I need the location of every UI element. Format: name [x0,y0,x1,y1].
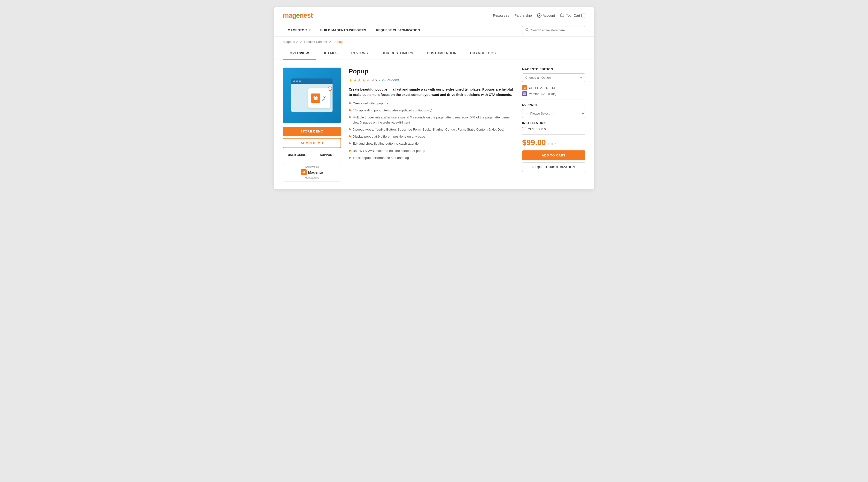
nav-cart[interactable]: Your Cart [560,13,585,18]
edition-select[interactable]: Choose an Option... [522,73,585,82]
chevron-down-icon [309,30,311,31]
magento-badge: Approved on M Magento Marketplace [283,163,341,182]
feature-item: Edit and show floating button to catch a… [349,141,515,146]
nav-account[interactable]: Account [537,13,555,18]
installation-checkbox[interactable] [522,127,526,131]
user-guide-button[interactable]: USER GUIDE [283,151,311,159]
feature-item: Display popup at 9 different positions o… [349,134,515,139]
window-mockup: POPUP ✕ [291,79,333,112]
window-dot-2 [296,81,298,82]
store-demo-button[interactable]: STORE DEMO [283,127,341,136]
center-panel: Popup ★ ★ ★ ★ ★ ★ 4.6 • 29 Reviews Creat… [349,67,515,182]
price-points: +10 P [547,142,556,146]
account-icon [537,13,541,18]
bullet-icon [349,116,351,118]
compat-text-1: CE, EE 2.3.x, 2.4.x [529,86,556,90]
bullet-icon [349,102,351,104]
right-panel: MAGENTO EDITION Choose an Option... M CE… [522,67,585,182]
tab-reviews[interactable]: REVIEWS [344,47,375,60]
main-content: POPUP ✕ STORE DEMO ADMIN DEMO USER GUIDE… [274,60,594,189]
feature-list: Create unlimited popups 45+ appealing po… [349,101,515,160]
nav-resources[interactable]: Resources [493,13,509,18]
search-input[interactable] [531,28,582,32]
tab-overview[interactable]: OVERVIEW [283,47,316,60]
popup-card: POPUP ✕ [308,88,330,108]
divider-2 [522,134,585,135]
add-to-cart-button[interactable]: ADD TO CART [522,150,585,160]
window-dot-3 [299,81,301,82]
search-box[interactable] [522,26,585,34]
review-link[interactable]: 29 Reviews [382,78,399,82]
nav-request-custom[interactable]: REQUEST CUSTOMIZATION [371,24,425,36]
cart-icon [560,13,564,18]
nav-build-magento[interactable]: BUILD MAGENTO WEBSITES [316,24,371,36]
nav-magento2[interactable]: MAGENTO 2 [283,24,316,36]
feature-item: 45+ appealing popup templates (updated c… [349,108,515,113]
main-nav: MAGENTO 2 BUILD MAGENTO WEBSITES REQUEST… [274,24,594,37]
feature-item: Create unlimited popups [349,101,515,106]
rating-row: ★ ★ ★ ★ ★ ★ 4.6 • 29 Reviews [349,78,515,83]
installation-label: INSTALLATION [522,121,585,125]
nav-main: MAGENTO 2 BUILD MAGENTO WEBSITES REQUEST… [283,24,425,36]
bullet-icon [349,143,351,144]
feature-item: 6 popup types: Yes/No Button, Subscribe … [349,127,515,132]
breadcrumb-current: Popup [334,40,343,43]
price-row: $99.00 +10 P [522,138,585,147]
magento-compat-icon: M [522,85,527,90]
tab-customization[interactable]: CUSTOMIZATION [420,47,463,60]
header-nav-top: Resources Partnership Account Your Cart [493,13,585,18]
stack-icon [522,91,527,96]
installation-checkbox-label: YES + $50.00 [528,127,548,131]
tab-our-customers[interactable]: OUR CUSTOMERS [375,47,420,60]
feature-item: Multiple trigger rules: after users spen… [349,115,515,125]
divider-1 [522,99,585,100]
nav-partnership[interactable]: Partnership [515,13,532,18]
star-2: ★ [353,78,357,83]
compat-row-1: M CE, EE 2.3.x, 2.4.x [522,85,585,90]
logo-nest: nest [300,11,313,19]
edition-label: MAGENTO EDITION [522,67,585,71]
compat-text-2: Version 1.2.3 (Plus) [529,92,556,96]
bullet-icon [349,157,351,159]
gift-box-icon [311,93,320,103]
cart-badge [581,13,585,18]
popup-close-icon: ✕ [328,87,332,91]
stars: ★ ★ ★ ★ ★ ★ [349,78,370,83]
guide-support-row: USER GUIDE SUPPORT [283,151,341,159]
tab-changelogs[interactable]: CHANGELOGS [463,47,502,60]
breadcrumb-product-content[interactable]: Product Content [304,40,327,43]
support-select[interactable]: — Please Select — [522,109,585,118]
bullet-icon [349,128,351,130]
product-description: Create beautiful popups in a fast and si… [349,87,515,98]
window-dot-1 [293,81,295,82]
star-4: ★ [362,78,366,83]
feature-item: Track popup performance and data log [349,155,515,160]
logo[interactable]: magenest [283,11,313,19]
bullet-icon [349,150,351,152]
request-customization-button[interactable]: REQUEST CUSTOMIZATION [522,162,585,172]
bullet-icon [349,109,351,111]
logo-e: e [296,11,300,19]
product-image: POPUP ✕ [283,67,341,123]
support-label: SUPPORT [522,103,585,107]
logo-mag: mag [283,11,296,19]
svg-line-3 [528,31,529,32]
popup-text: POPUP [321,95,327,101]
search-icon [525,28,529,32]
product-price: $99.00 [522,138,546,147]
breadcrumb: Magento 2 > Product Content > Popup [274,37,594,47]
magento-m-icon: M [301,169,307,175]
rating-number: 4.6 [372,78,377,82]
bullet-icon [349,135,351,137]
support-button[interactable]: SUPPORT [313,151,341,159]
breadcrumb-magento2[interactable]: Magento 2 [283,40,298,43]
magento-name: Magento [308,170,323,174]
tab-details[interactable]: DETAILS [316,47,345,60]
svg-rect-1 [561,14,564,17]
svg-point-2 [526,28,528,31]
star-5: ★ ★ [366,78,370,83]
magento-sub: Marketplace [305,176,319,179]
product-title: Popup [349,67,515,75]
feature-item: Use WYSIWYG editor to edit the content o… [349,148,515,153]
admin-demo-button[interactable]: ADMIN DEMO [283,138,341,148]
